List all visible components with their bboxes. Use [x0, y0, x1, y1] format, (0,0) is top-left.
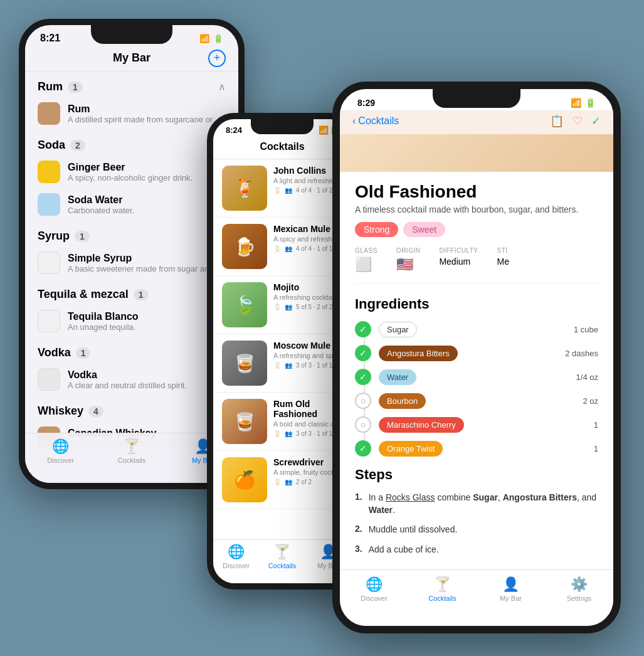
p2-discover-label: Discover	[223, 562, 250, 569]
person6-icon: 👥	[285, 479, 292, 485]
meta-origin: ORIGIN 🇺🇸	[396, 247, 421, 273]
discover-icon: 🌐	[52, 438, 69, 455]
tab-cocktails[interactable]: 🍸 Cocktails	[96, 438, 167, 464]
ingredients-section-title: Ingredients	[355, 296, 598, 312]
sugar-check[interactable]: ✓	[355, 321, 371, 337]
cocktail-item-mojito[interactable]: 🍃 Mojito A refreshing cocktail with lime…	[213, 276, 351, 334]
phone2-notch	[251, 119, 314, 134]
add-button[interactable]: +	[208, 50, 226, 67]
tequila-color	[38, 310, 60, 332]
battery2-icon: 🔋	[585, 98, 596, 108]
p2-tab-discover[interactable]: 🌐 Discover	[213, 544, 259, 569]
mexican-mule-image: 🍺	[222, 224, 267, 269]
ingredient-sugar: ✓ Sugar 1 cube	[355, 321, 598, 337]
ginger-color	[38, 161, 60, 183]
cocktail-tags: Strong Sweet	[355, 222, 598, 237]
steps-section-title: Steps	[355, 467, 598, 483]
p3-tab-discover[interactable]: 🌐 Discover	[340, 576, 408, 602]
cocktail-detail-subtitle: A timeless cocktail made with bourbon, s…	[355, 204, 598, 214]
rum-old-image: 🥃	[222, 399, 267, 444]
cocktails-icon: 🍸	[123, 438, 140, 455]
cherry-amount: 1	[594, 420, 598, 430]
ingredient-line	[364, 336, 365, 345]
ginger-info: Ginger Beer A spicy, non-alcoholic ginge…	[68, 162, 226, 183]
ingredients-list: ✓ Sugar 1 cube ✓ Angostura Bitters 2 das…	[355, 321, 598, 457]
bitters-amount: 2 dashes	[565, 349, 598, 358]
whiskey-section-header[interactable]: Whiskey 4	[25, 396, 238, 421]
p2-discover-icon: 🌐	[228, 544, 245, 560]
vodka-section-title: Vodka 1	[38, 346, 90, 359]
p3-mybar-icon: 👤	[502, 576, 519, 593]
john-collins-image: 🍹	[222, 166, 267, 211]
ingredient-line	[364, 384, 365, 393]
bourbon-pill: Bourbon	[379, 393, 426, 409]
p3-tab-cocktails[interactable]: 🍸 Cocktails	[408, 576, 477, 602]
check-icon[interactable]: ✓	[591, 114, 601, 128]
chevron-left-icon: ‹	[352, 115, 356, 127]
bourbon-check[interactable]: ○	[355, 393, 371, 409]
phone3-notch	[433, 89, 520, 108]
phone3-status-icons: 📶 🔋	[571, 98, 596, 108]
glass5-icon: 🥛	[273, 430, 281, 437]
person5-icon: 👥	[285, 430, 292, 437]
steps-section: Steps 1. In a Rocks Glass combine Sugar,…	[355, 467, 598, 556]
ingredient-orange: ✓ Orange Twist 1	[355, 440, 598, 457]
list-item: Ginger Beer A spicy, non-alcoholic ginge…	[25, 156, 238, 188]
p3-tab-settings[interactable]: ⚙️ Settings	[545, 576, 613, 602]
p3-cocktails-label: Cocktails	[428, 595, 457, 602]
cocktail-item-rum-old[interactable]: 🥃 Rum Old Fashioned A bold and classic c…	[213, 393, 351, 451]
phone3-content: Old Fashioned A timeless cocktail made w…	[340, 172, 613, 583]
step-3: 3. Add a cube of ice.	[355, 544, 598, 556]
phone1-header: My Bar +	[25, 46, 238, 71]
sodawater-color	[38, 193, 60, 216]
list-item: Simple Syrup A basic sweetener made from…	[25, 246, 238, 279]
tab-discover[interactable]: 🌐 Discover	[25, 438, 96, 464]
sugar-amount: 1 cube	[574, 325, 598, 334]
cherry-check[interactable]: ○	[355, 416, 371, 433]
list-item: Tequila Blanco An unaged tequila.	[25, 305, 238, 337]
phone3-detail: 8:29 📶 🔋 ‹ Cocktails 📋 ♡ ✓ Old Fashioned…	[332, 82, 621, 633]
orange-check[interactable]: ✓	[355, 440, 371, 457]
phone1-time: 8:21	[40, 33, 60, 44]
tab-cocktails-label: Cocktails	[118, 457, 146, 464]
soda-section-header[interactable]: Soda 2	[25, 130, 238, 156]
p3-discover-label: Discover	[361, 595, 388, 602]
phone3-header-icons: 📋 ♡ ✓	[550, 114, 601, 128]
person3-icon: 👥	[285, 304, 292, 310]
meta-glass: GLASS ⬜	[355, 247, 377, 273]
rum-section-header[interactable]: Rum 1 ∧	[25, 71, 238, 97]
p2-tab-cocktails[interactable]: 🍸 Cocktails	[259, 544, 305, 569]
p2-cocktails-icon: 🍸	[273, 544, 290, 560]
rum-color	[38, 102, 60, 125]
cocktail-item-mexican-mule[interactable]: 🍺 Mexican Mule A spicy and refreshing wi…	[213, 218, 351, 276]
cocktail-item-screwdriver[interactable]: 🍊 Screwdriver A simple, fruity cocktail …	[213, 451, 351, 509]
step-3-text: Add a cube of ice.	[369, 544, 439, 556]
water-check[interactable]: ✓	[355, 369, 371, 385]
water-pill: Water	[379, 369, 416, 385]
ingredient-cherry: ○ Maraschino Cherry 1	[355, 416, 598, 433]
tequila-section-header[interactable]: Tequila & mezcal 1	[25, 279, 238, 305]
vodka-info: Vodka A clear and neutral distilled spir…	[68, 369, 226, 390]
back-button[interactable]: ‹ Cocktails	[352, 115, 399, 127]
battery-icon: 🔋	[213, 34, 223, 43]
ingredient-line	[364, 408, 365, 416]
p3-mybar-label: My Bar	[500, 595, 522, 602]
p3-tab-mybar[interactable]: 👤 My Bar	[477, 576, 545, 602]
phone3-tabbar: 🌐 Discover 🍸 Cocktails 👤 My Bar ⚙️ Setti…	[340, 569, 613, 626]
wifi2-icon: 📶	[571, 98, 581, 108]
bitters-check[interactable]: ✓	[355, 345, 371, 361]
sodawater-info: Soda Water Carbonated water.	[68, 194, 226, 215]
meta-stir: STI Me	[497, 247, 509, 273]
person2-icon: 👥	[285, 245, 292, 252]
ingredient-bitters: ✓ Angostura Bitters 2 dashes	[355, 345, 598, 361]
cocktail-item-john-collins[interactable]: 🍹 John Collins A light and refreshing co…	[213, 159, 351, 218]
cocktail-item-moscow-mule[interactable]: 🥃 Moscow Mule A refreshing and spicy vod…	[213, 334, 351, 393]
heart-icon[interactable]: ♡	[573, 114, 583, 128]
vodka-section-header[interactable]: Vodka 1	[25, 337, 238, 363]
p3-discover-icon: 🌐	[366, 576, 383, 593]
phone3-header-bar: ‹ Cocktails 📋 ♡ ✓	[340, 110, 613, 134]
list-item: Rum A distilled spirit made from sugarca…	[25, 97, 238, 130]
phone1-tabbar: 🌐 Discover 🍸 Cocktails 👤 My Bar	[25, 433, 238, 483]
menu-icon[interactable]: 📋	[550, 114, 564, 128]
syrup-section-header[interactable]: Syrup 1	[25, 221, 238, 246]
